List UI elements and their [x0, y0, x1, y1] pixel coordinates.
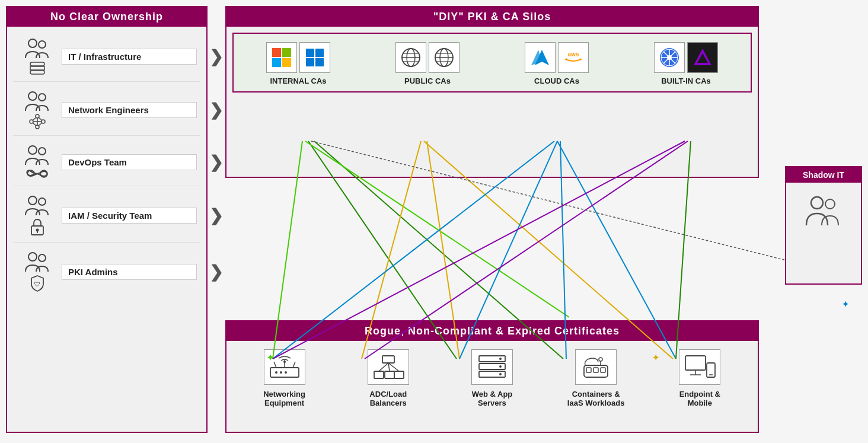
vault-icon — [687, 42, 718, 73]
svg-rect-67 — [394, 371, 404, 378]
aws-svg: aws — [562, 46, 585, 69]
svg-point-60 — [283, 361, 286, 363]
svg-point-75 — [499, 365, 502, 368]
team-people-icon — [22, 195, 53, 217]
svg-point-52 — [667, 55, 672, 60]
vault-svg — [691, 46, 714, 69]
team-people-icon — [22, 144, 53, 167]
globe-svg-1 — [400, 46, 422, 69]
cloud-cas-icons: aws — [525, 42, 589, 73]
svg-point-62 — [280, 371, 282, 374]
diy-title: "DIY" PKI & CA Silos — [226, 7, 758, 27]
cloud-cas-label: CLOUD CAs — [534, 77, 579, 85]
public-cas-icons — [395, 42, 459, 73]
cloud-cas-box: aws CLOUD CAs — [509, 42, 604, 85]
ca-inner: INTERNAL CAs — [232, 33, 752, 93]
internal-cas-box: INTERNAL CAs — [251, 42, 346, 85]
endpoint-box: Endpoint &Mobile — [661, 349, 738, 407]
svg-line-16 — [39, 123, 42, 126]
chevron-icon-3: ❯ — [209, 206, 223, 225]
router-icon — [264, 349, 305, 385]
svg-point-0 — [28, 39, 37, 47]
ms-red — [272, 48, 281, 57]
team-icon-area — [17, 144, 58, 180]
svg-point-63 — [285, 371, 287, 374]
svg-text:✦: ✦ — [842, 299, 849, 309]
database-icon — [28, 61, 46, 75]
team-row: IT / Infrastructure ❯ — [7, 31, 206, 81]
windows-svg — [304, 47, 326, 68]
containers-label: Containers &IaaS Workloads — [567, 390, 625, 407]
svg-line-13 — [33, 117, 36, 120]
k8s-svg — [658, 46, 681, 69]
svg-point-20 — [39, 198, 46, 205]
svg-point-5 — [28, 92, 37, 100]
team-people-icon — [22, 37, 53, 60]
shadow-panel: Shadow IT — [785, 166, 862, 285]
svg-point-1 — [39, 41, 46, 48]
loadbalancer-icon — [368, 349, 409, 385]
chevron-icon-4: ❯ — [209, 262, 223, 282]
azure-svg — [529, 46, 551, 69]
network-icon — [28, 114, 47, 129]
svg-point-61 — [275, 371, 277, 374]
container-svg — [579, 353, 612, 381]
azure-icon — [525, 42, 556, 73]
svg-point-106 — [811, 197, 823, 209]
chevron-icon-2: ❯ — [209, 152, 223, 172]
svg-point-76 — [499, 373, 502, 375]
svg-line-57 — [274, 362, 276, 368]
svg-text:🛡: 🛡 — [34, 281, 40, 288]
svg-rect-79 — [593, 368, 598, 372]
team-people-icon — [22, 90, 53, 113]
webapp-box: Web & AppServers — [454, 349, 531, 407]
endpoint-icon — [679, 349, 720, 385]
rogue-inner: NetworkingEquipment ADC/LoadBalancers — [226, 341, 758, 416]
team-row: IAM / Security Team ❯ — [7, 189, 206, 242]
devops-label: DevOps Team — [62, 154, 197, 170]
endpoint-svg — [683, 353, 716, 381]
svg-line-14 — [39, 117, 42, 120]
team-people-icon — [22, 251, 53, 273]
globe-svg-2 — [433, 46, 455, 69]
team-row: DevOps Team ❯ — [7, 138, 206, 186]
svg-rect-28 — [315, 49, 324, 57]
svg-rect-30 — [315, 58, 324, 66]
svg-marker-42 — [531, 50, 542, 65]
svg-rect-27 — [306, 49, 314, 57]
svg-rect-80 — [601, 368, 605, 372]
builtin-cas-icons — [654, 42, 718, 73]
chevron-icon-0: ❯ — [209, 47, 223, 66]
adc-label: ADC/LoadBalancers — [369, 390, 407, 407]
svg-rect-66 — [385, 371, 394, 378]
svg-point-24 — [28, 253, 37, 261]
globe2-icon — [429, 42, 459, 73]
kubernetes-icon — [654, 42, 685, 73]
main-panel: "DIY" PKI & CA Silos — [225, 6, 759, 433]
shadow-title: Shadow IT — [786, 167, 861, 183]
svg-rect-77 — [584, 365, 608, 377]
ms-blue — [272, 58, 281, 67]
shadow-icon-area — [786, 183, 861, 242]
svg-marker-44 — [580, 58, 582, 60]
svg-rect-78 — [586, 368, 591, 372]
svg-rect-2 — [30, 62, 44, 66]
svg-rect-3 — [30, 66, 44, 70]
server-icon — [471, 349, 513, 385]
svg-point-22 — [36, 229, 39, 232]
chevron-icon-1: ❯ — [209, 100, 223, 120]
globe1-icon — [395, 42, 426, 73]
shield-icon: 🛡 — [29, 275, 46, 292]
svg-line-70 — [388, 363, 399, 371]
svg-point-19 — [28, 196, 37, 205]
internal-cas-icons — [266, 42, 330, 73]
svg-line-59 — [293, 362, 295, 368]
it-infra-label: IT / Infrastructure — [62, 49, 197, 65]
aws-icon: aws — [558, 42, 589, 73]
team-icon-area — [17, 90, 58, 129]
networking-box: NetworkingEquipment — [246, 349, 323, 407]
ms-yellow — [282, 58, 291, 67]
router-svg — [268, 353, 301, 381]
left-panel: No Clear Ownership IT / Infrastructure ❯ — [6, 6, 208, 433]
endpoint-label: Endpoint &Mobile — [679, 390, 720, 407]
